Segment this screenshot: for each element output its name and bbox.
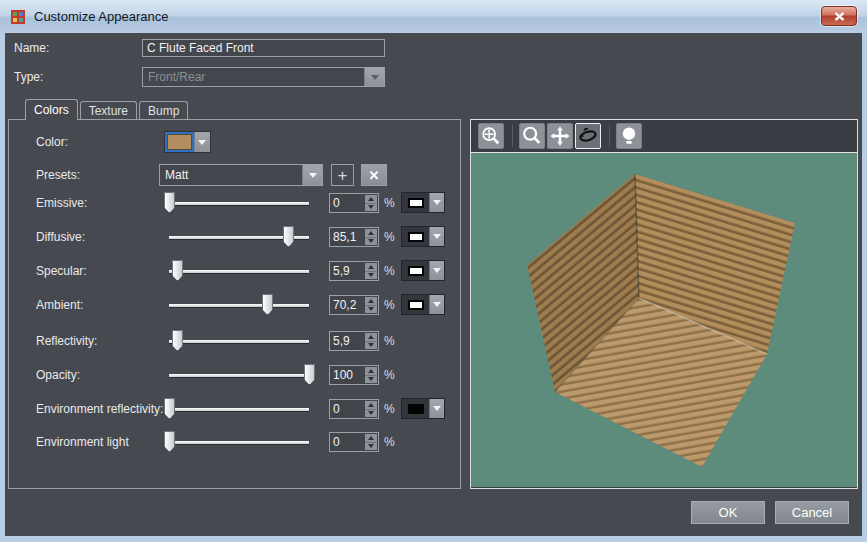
slider-track[interactable] xyxy=(169,270,309,273)
color-swatch xyxy=(408,198,424,208)
slider-row: Diffusive:85,1% xyxy=(9,226,460,248)
value-text: 0 xyxy=(333,194,340,212)
spinner-down-button[interactable] xyxy=(365,238,377,246)
tool-zoom-button[interactable] xyxy=(519,123,545,149)
spinner-down-button[interactable] xyxy=(365,204,377,212)
color-swatch-frame xyxy=(165,132,194,152)
spinner-down-button[interactable] xyxy=(365,376,377,384)
color-select-button[interactable] xyxy=(401,192,445,213)
chevron-down-icon xyxy=(368,444,374,448)
slider-thumb[interactable] xyxy=(304,364,315,385)
slider-thumb[interactable] xyxy=(283,226,294,247)
tab-bump[interactable]: Bump xyxy=(139,101,188,119)
percent-label: % xyxy=(384,398,395,420)
slider-thumb[interactable] xyxy=(172,260,183,281)
spinner-up-button[interactable] xyxy=(365,434,377,443)
spinner-up-button[interactable] xyxy=(365,195,377,204)
tool-zoom-window-button[interactable] xyxy=(478,123,504,149)
add-preset-button[interactable]: + xyxy=(331,164,354,186)
delete-preset-button[interactable]: ✕ xyxy=(361,164,387,186)
color-dropdown-button[interactable] xyxy=(194,132,210,152)
color-select-button[interactable] xyxy=(401,294,445,315)
chevron-down-icon xyxy=(368,307,374,311)
slider-track[interactable] xyxy=(169,304,309,307)
type-dropdown[interactable]: Front/Rear xyxy=(142,67,385,87)
value-input[interactable]: 85,1 xyxy=(329,227,379,247)
chevron-up-icon xyxy=(368,231,374,235)
chevron-down-icon xyxy=(309,173,317,178)
tool-orbit-button[interactable] xyxy=(575,123,601,149)
preview-viewport[interactable] xyxy=(471,153,857,487)
slider-thumb[interactable] xyxy=(172,330,183,351)
swatch-frame xyxy=(402,399,429,418)
spinner xyxy=(365,297,377,313)
slider-label: Ambient: xyxy=(36,294,83,316)
cancel-button[interactable]: Cancel xyxy=(775,501,849,524)
spinner xyxy=(365,434,377,450)
tool-pan-button[interactable] xyxy=(547,123,573,149)
color-select-button[interactable] xyxy=(401,398,445,419)
slider-thumb[interactable] xyxy=(164,431,175,452)
chevron-up-icon xyxy=(368,403,374,407)
value-input[interactable]: 5,9 xyxy=(329,261,379,281)
ok-button[interactable]: OK xyxy=(691,501,765,524)
spinner-up-button[interactable] xyxy=(365,229,377,238)
value-input[interactable]: 0 xyxy=(329,432,379,452)
value-input[interactable]: 70,2 xyxy=(329,295,379,315)
color-select-button[interactable] xyxy=(401,260,445,281)
presets-dropdown[interactable]: Matt xyxy=(159,164,323,186)
spinner-down-button[interactable] xyxy=(365,272,377,280)
spinner-up-button[interactable] xyxy=(365,263,377,272)
slider-thumb[interactable] xyxy=(164,398,175,419)
zoom-icon xyxy=(521,125,543,147)
type-dropdown-button[interactable] xyxy=(364,68,384,86)
value-text: 85,1 xyxy=(333,228,356,246)
toolbar-separator xyxy=(609,125,610,147)
spinner-down-button[interactable] xyxy=(365,306,377,314)
chevron-down-icon xyxy=(368,343,374,347)
title-bar[interactable]: Customize Appearance xyxy=(0,0,867,33)
slider-label: Diffusive: xyxy=(36,226,85,248)
chevron-down-icon xyxy=(368,239,374,243)
slider-track[interactable] xyxy=(169,340,309,343)
chevron-down-icon xyxy=(429,261,444,280)
close-icon xyxy=(834,12,845,21)
value-input[interactable]: 100 xyxy=(329,365,379,385)
value-input[interactable]: 0 xyxy=(329,193,379,213)
preview-toolbar xyxy=(471,120,857,153)
spinner-down-button[interactable] xyxy=(365,410,377,418)
toolbar-separator xyxy=(512,125,513,147)
app-icon xyxy=(10,9,26,25)
close-button[interactable] xyxy=(821,6,857,26)
presets-dropdown-button[interactable] xyxy=(302,165,322,185)
value-input[interactable]: 5,9 xyxy=(329,331,379,351)
slider-track[interactable] xyxy=(169,408,309,411)
name-input[interactable] xyxy=(142,39,385,57)
spinner-up-button[interactable] xyxy=(365,333,377,342)
spinner-up-button[interactable] xyxy=(365,367,377,376)
spinner-up-button[interactable] xyxy=(365,297,377,306)
slider-thumb[interactable] xyxy=(164,192,175,213)
spinner-down-button[interactable] xyxy=(365,342,377,350)
slider-label: Opacity: xyxy=(36,364,80,386)
slider-track[interactable] xyxy=(169,441,309,444)
slider-row: Environment reflectivity:0% xyxy=(9,398,460,420)
orbit-icon xyxy=(577,125,599,147)
color-swatch xyxy=(408,404,424,414)
slider-row: Environment light0% xyxy=(9,431,460,453)
name-label: Name: xyxy=(14,39,49,57)
slider-track[interactable] xyxy=(169,374,309,377)
chevron-up-icon xyxy=(368,299,374,303)
tab-colors[interactable]: Colors xyxy=(25,99,78,120)
slider-label: Environment light xyxy=(36,431,129,453)
color-picker[interactable] xyxy=(164,131,211,153)
slider-track[interactable] xyxy=(169,202,309,205)
spinner-up-button[interactable] xyxy=(365,401,377,410)
percent-label: % xyxy=(384,431,395,453)
tool-light-button[interactable] xyxy=(616,123,642,149)
tab-texture[interactable]: Texture xyxy=(80,101,137,119)
value-input[interactable]: 0 xyxy=(329,399,379,419)
color-select-button[interactable] xyxy=(401,226,445,247)
slider-thumb[interactable] xyxy=(262,294,273,315)
spinner-down-button[interactable] xyxy=(365,443,377,451)
